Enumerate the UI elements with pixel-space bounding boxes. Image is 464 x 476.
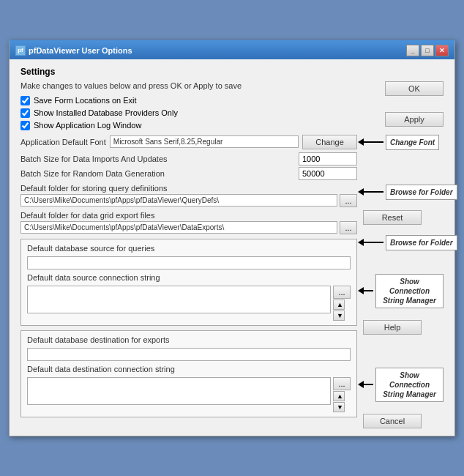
batch-import-input[interactable] bbox=[299, 152, 357, 166]
section-title: Settings bbox=[20, 67, 444, 77]
export-folder-label: Default folder for data grid export file… bbox=[20, 211, 357, 220]
source-group-label: Default database source for queries bbox=[27, 244, 351, 253]
save-form-checkbox[interactable] bbox=[20, 96, 30, 105]
browse-folder1-callout: Browse for Folder bbox=[363, 185, 457, 200]
dest-conn-side: ... ▲ ▼ bbox=[333, 377, 351, 412]
source-dropdown[interactable] bbox=[27, 256, 351, 269]
minimize-button[interactable]: _ bbox=[406, 45, 419, 56]
dest-scroll-up[interactable]: ▲ bbox=[333, 391, 345, 401]
arrow-line-font bbox=[363, 141, 383, 143]
title-bar-controls: _ □ ✕ bbox=[406, 45, 449, 56]
reset-button[interactable]: Reset bbox=[363, 210, 422, 225]
close-button[interactable]: ✕ bbox=[435, 45, 449, 56]
arrow-head-browse2 bbox=[358, 239, 364, 246]
save-form-label: Save Form Locations on Exit bbox=[34, 96, 137, 105]
source-scroll-up[interactable]: ▲ bbox=[333, 300, 345, 310]
arrow-head-conn1 bbox=[358, 287, 364, 294]
export-folder-browse-button[interactable]: ... bbox=[340, 221, 357, 234]
title-bar: pf pfDataViewer User Options _ □ ✕ bbox=[10, 42, 454, 59]
batch-import-label: Batch Size for Data Imports And Updates bbox=[20, 155, 296, 163]
source-conn-textarea[interactable] bbox=[27, 286, 331, 313]
browse-folder1-callout-box: Browse for Folder bbox=[386, 185, 457, 200]
font-value: Microsoft Sans Serif,8.25,Regular bbox=[110, 135, 299, 148]
source-conn-row: ... ▲ ▼ bbox=[27, 286, 351, 321]
source-dropdown-row bbox=[27, 256, 351, 269]
arrow-head-conn2 bbox=[358, 381, 364, 388]
app-icon: pf bbox=[15, 45, 26, 56]
conn-manager2-callout-box: Show Connection String Manager bbox=[375, 368, 444, 402]
font-row: Application Default Font Microsoft Sans … bbox=[20, 135, 357, 149]
dest-conn-textarea[interactable] bbox=[27, 377, 331, 405]
arrow-head-font bbox=[358, 138, 364, 146]
conn-manager2-callout-container: Show Connection String Manager bbox=[363, 368, 444, 402]
checkbox-show-providers: Show Installed Database Providers Only bbox=[20, 108, 357, 118]
dest-conn-ellipsis-button[interactable]: ... bbox=[333, 377, 351, 390]
dest-scroll-down[interactable]: ▼ bbox=[333, 402, 345, 412]
cancel-button[interactable]: Cancel bbox=[363, 414, 422, 428]
show-providers-checkbox[interactable] bbox=[20, 108, 30, 118]
arrow-head-browse1 bbox=[358, 188, 364, 196]
change-font-callout-container: Change Font bbox=[363, 135, 444, 150]
content-area: Settings Make changes to values below an… bbox=[10, 59, 454, 436]
query-folder-path: C:\Users\Mike\Documents\pfApps\pfDataVie… bbox=[20, 194, 337, 207]
source-conn-label: Default data source connection string bbox=[27, 273, 351, 282]
change-font-button[interactable]: Change bbox=[302, 135, 357, 149]
change-font-callout-box: Change Font bbox=[386, 135, 439, 150]
browse-folder1-callout-container: Browse for Folder bbox=[363, 185, 444, 200]
browse-folder2-callout-container: Browse for Folder bbox=[363, 235, 444, 250]
source-conn-ellipsis-button[interactable]: ... bbox=[333, 286, 351, 299]
batch-random-label: Batch Size for Random Data Generation bbox=[20, 169, 296, 178]
checkbox-show-log: Show Application Log Window bbox=[20, 121, 357, 130]
batch-random-row: Batch Size for Random Data Generation bbox=[20, 167, 357, 180]
font-label: Application Default Font bbox=[20, 138, 106, 146]
ok-button[interactable]: OK bbox=[385, 81, 444, 96]
query-folder-browse-button[interactable]: ... bbox=[340, 194, 357, 207]
show-providers-label: Show Installed Database Providers Only bbox=[34, 108, 178, 117]
change-font-callout: Change Font bbox=[363, 135, 439, 150]
arrow-line-conn1 bbox=[363, 290, 373, 291]
dest-group-label: Default database destination for exports bbox=[27, 335, 351, 344]
source-group: Default database source for queries Defa… bbox=[20, 239, 357, 326]
arrow-line-conn2 bbox=[363, 384, 373, 385]
right-column: OK Apply Change Font bbox=[363, 81, 444, 428]
dest-conn-label: Default data destination connection stri… bbox=[27, 365, 351, 373]
title-bar-left: pf pfDataViewer User Options bbox=[15, 45, 132, 56]
source-scroll-down[interactable]: ▼ bbox=[333, 310, 345, 321]
dest-conn-row: ... ▲ ▼ bbox=[27, 377, 351, 412]
source-conn-side: ... ▲ ▼ bbox=[333, 286, 351, 321]
arrow-line-browse1 bbox=[363, 191, 383, 193]
conn-manager1-callout-box: Show Connection String Manager bbox=[375, 274, 444, 308]
apply-button[interactable]: Apply bbox=[385, 112, 444, 127]
help-button[interactable]: Help bbox=[363, 320, 422, 335]
full-layout: Make changes to values below and press O… bbox=[20, 81, 444, 428]
dest-group: Default database destination for exports… bbox=[20, 330, 357, 417]
left-column: Make changes to values below and press O… bbox=[20, 81, 357, 428]
query-folder-label: Default folder for storing query definit… bbox=[20, 184, 357, 193]
batch-random-input[interactable] bbox=[299, 167, 357, 180]
window-title: pfDataViewer User Options bbox=[29, 46, 132, 55]
conn-manager1-callout-container: Show Connection String Manager bbox=[363, 274, 444, 308]
export-folder-row: C:\Users\Mike\Documents\pfApps\pfDataVie… bbox=[20, 221, 357, 234]
browse-folder2-callout: Browse for Folder bbox=[363, 235, 457, 250]
browse-folder2-callout-box: Browse for Folder bbox=[386, 235, 457, 250]
dest-dropdown[interactable] bbox=[27, 348, 351, 361]
export-folder-path: C:\Users\Mike\Documents\pfApps\pfDataVie… bbox=[20, 221, 337, 234]
show-log-label: Show Application Log Window bbox=[34, 121, 141, 130]
arrow-line-browse2 bbox=[363, 242, 383, 243]
instruction-text: Make changes to values below and press O… bbox=[20, 81, 357, 90]
conn-manager1-callout: Show Connection String Manager bbox=[363, 274, 444, 308]
show-log-checkbox[interactable] bbox=[20, 121, 30, 130]
dest-dropdown-row bbox=[27, 348, 351, 361]
main-window: pf pfDataViewer User Options _ □ ✕ Setti… bbox=[9, 40, 455, 436]
checkbox-save-form: Save Form Locations on Exit bbox=[20, 96, 357, 105]
query-folder-section: Default folder for storing query definit… bbox=[20, 184, 357, 207]
export-folder-section: Default folder for data grid export file… bbox=[20, 211, 357, 234]
query-folder-row: C:\Users\Mike\Documents\pfApps\pfDataVie… bbox=[20, 194, 357, 207]
batch-import-row: Batch Size for Data Imports And Updates bbox=[20, 152, 357, 166]
maximize-button[interactable]: □ bbox=[421, 45, 434, 56]
conn-manager2-callout: Show Connection String Manager bbox=[363, 368, 444, 402]
